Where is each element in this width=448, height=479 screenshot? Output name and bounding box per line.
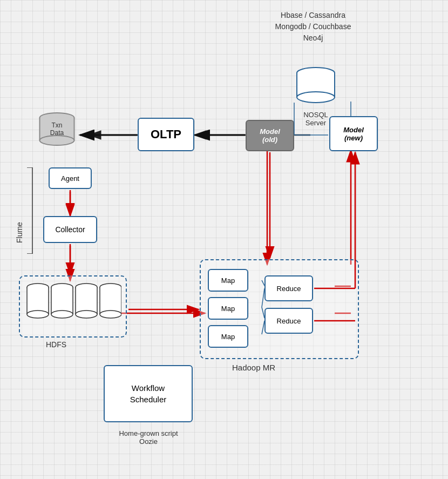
hdfs-label: HDFS [46,340,66,349]
model-new-box: Model(new) [329,116,378,151]
svg-point-30 [27,311,49,318]
homegrown-label: Home-grown scriptOozie [89,429,208,446]
svg-line-46 [262,280,264,286]
oltp-box: OLTP [138,118,194,151]
svg-point-17 [297,92,335,103]
svg-point-45 [100,311,121,318]
svg-line-47 [262,288,264,307]
svg-line-48 [262,307,264,318]
workflow-scheduler-box: WorkflowScheduler [104,365,193,422]
agent-box: Agent [49,167,92,189]
hdfs-cylinders [24,281,121,329]
svg-line-49 [262,321,264,334]
svg-point-40 [76,311,97,318]
svg-point-22 [40,136,74,145]
model-old-box: Model(old) [246,120,294,151]
flume-label: Flume [15,173,24,243]
mapreduce-lines [200,259,359,359]
diagram-container: Hbase / CassandraMongodb / CouchbaseNeo4… [0,0,448,479]
txn-data-cylinder [37,111,77,151]
nosql-server-cylinder [294,65,337,108]
nosql-label: Hbase / CassandraMongodb / CouchbaseNeo4… [254,10,372,44]
hadoop-mr-label: Hadoop MR [232,363,275,372]
collector-box: Collector [43,216,97,243]
flume-bracket [24,167,35,254]
svg-point-35 [51,311,73,318]
